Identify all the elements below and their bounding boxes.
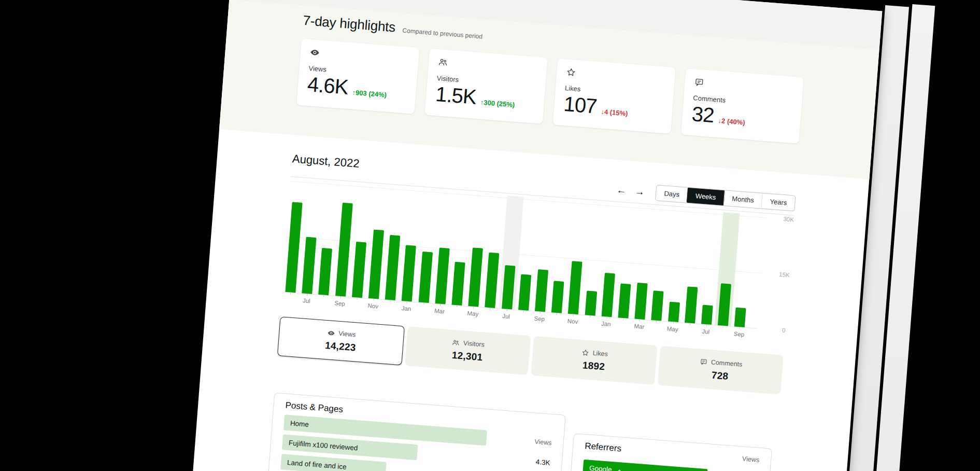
chart-bar[interactable] [435, 247, 449, 304]
chart-bar[interactable] [685, 286, 698, 323]
chart-bar[interactable] [701, 305, 713, 325]
tab-years[interactable]: Years [761, 193, 796, 211]
chart-bar[interactable] [302, 237, 316, 294]
x-axis-tick [706, 324, 707, 326]
chart-bar[interactable] [734, 308, 746, 327]
tab-weeks[interactable]: Weeks [686, 187, 725, 206]
star-icon [581, 348, 589, 356]
chart-bar[interactable] [468, 247, 484, 307]
highlight-card-trend: ↓2 (40%) [718, 117, 745, 127]
x-axis-tick [540, 312, 541, 314]
x-axis-label: Nov [561, 317, 585, 325]
posts-views-column-header: Views [521, 437, 552, 447]
x-axis-label: Mar [428, 307, 451, 315]
chart-bar[interactable] [668, 302, 680, 322]
module-row-label: Home [290, 419, 309, 428]
x-axis-tick [374, 299, 374, 301]
highlight-card-trend: ↓4 (15%) [601, 107, 628, 117]
metric-tab-label: Visitors [463, 339, 485, 348]
x-axis-tick [307, 294, 307, 296]
tab-months[interactable]: Months [723, 190, 762, 209]
metric-tab-label: Views [338, 330, 356, 339]
metric-tab-value: 12,301 [451, 349, 483, 363]
chart-bar[interactable] [451, 262, 465, 306]
star-icon [566, 67, 576, 77]
chevron-up-icon [616, 467, 622, 471]
x-axis-label: May [461, 310, 485, 317]
chart-bar[interactable] [635, 283, 648, 320]
x-axis-tick [640, 319, 640, 321]
chart-bar[interactable] [418, 252, 432, 303]
referrers-card-title: Referrers [585, 441, 622, 454]
x-axis-tick [623, 318, 623, 320]
highlight-card-value: 1.5K [435, 82, 477, 109]
chart-bar[interactable] [335, 203, 353, 297]
metric-tab-likes[interactable]: Likes1892 [531, 336, 657, 385]
chart-bar[interactable] [568, 261, 583, 314]
metric-tab-visitors[interactable]: Visitors12,301 [405, 326, 531, 375]
chart-bar[interactable] [535, 269, 548, 312]
chart-bar[interactable] [601, 273, 615, 317]
chart-bar[interactable] [551, 281, 564, 313]
x-axis-tick [723, 326, 723, 328]
highlight-card-likes: Likes107↓4 (15%) [553, 59, 676, 134]
metric-tab-label: Likes [592, 350, 608, 358]
x-axis-label: Sep [528, 315, 551, 323]
referrers-views-column-header: Views [742, 455, 760, 464]
highlight-card-views: Views4.6K↑903 (24%) [296, 39, 419, 114]
x-axis-tick [573, 314, 574, 316]
module-row-value: 4.3K [520, 456, 550, 466]
y-axis-label: 15K [753, 269, 790, 278]
metric-tab-views[interactable]: Views14,223 [277, 316, 405, 365]
metric-tab-comments[interactable]: Comments728 [657, 346, 784, 395]
chart-bar[interactable] [518, 274, 531, 311]
eye-icon [327, 329, 335, 337]
x-axis-tick [290, 293, 291, 295]
x-axis-tick [457, 305, 457, 307]
next-period-arrow[interactable]: → [634, 186, 645, 197]
x-axis-tick [606, 316, 607, 318]
highlights-title: 7-day highlights [302, 12, 396, 36]
period-title: August, 2022 [292, 152, 360, 171]
x-axis-tick [656, 321, 657, 323]
people-icon [452, 338, 460, 347]
referrers-card: Referrers Views Google6.2K [568, 433, 772, 471]
chart-bar[interactable] [285, 202, 302, 293]
metric-tab-label: Comments [711, 358, 742, 368]
x-axis-tick [440, 304, 441, 306]
highlight-card-comments: Comments32↓2 (40%) [681, 68, 804, 144]
chart-bar[interactable] [319, 248, 333, 295]
people-icon [438, 57, 448, 67]
posts-and-pages-card: Posts & Pages HomeViewsFujifilm x100 rev… [267, 393, 565, 471]
x-axis-label: Jan [395, 304, 418, 312]
chart-bar[interactable] [385, 235, 401, 300]
x-axis-label: Jul [694, 328, 718, 336]
x-axis-tick [357, 297, 357, 299]
highlight-card-value: 107 [563, 92, 598, 118]
x-axis-label: Jan [594, 320, 618, 328]
highlights-subtitle: Compared to previous period [402, 27, 482, 40]
module-row-label: Fujifilm x100 reviewed [289, 439, 358, 452]
x-axis-tick [740, 327, 740, 329]
previous-period-arrow[interactable]: ← [616, 185, 627, 195]
chart-bar[interactable] [352, 242, 366, 298]
highlight-card-visitors: Visitors1.5K↑300 (25%) [424, 49, 547, 124]
chart-bar[interactable] [485, 253, 500, 308]
chart-bar[interactable] [402, 245, 416, 301]
chart-bar[interactable] [585, 290, 597, 315]
metric-tab-value: 14,223 [324, 339, 356, 353]
x-axis-tick [673, 322, 673, 324]
x-axis-label: Jul [494, 312, 518, 320]
x-axis-label: May [661, 325, 684, 333]
metric-tab-value: 728 [711, 369, 729, 382]
y-axis-label: 0 [749, 325, 786, 334]
x-axis-tick [423, 302, 424, 304]
chart-bar[interactable] [618, 283, 631, 318]
highlight-card-trend: ↑300 (25%) [480, 99, 515, 109]
rotated-page-stack: 7-day highlights Compared to previous pe… [193, 0, 883, 471]
chart-bar[interactable] [651, 290, 664, 321]
tab-days[interactable]: Days [656, 185, 688, 202]
x-axis-label: Sep [728, 330, 751, 338]
chart-bar[interactable] [368, 229, 384, 299]
x-axis-tick [490, 308, 490, 310]
